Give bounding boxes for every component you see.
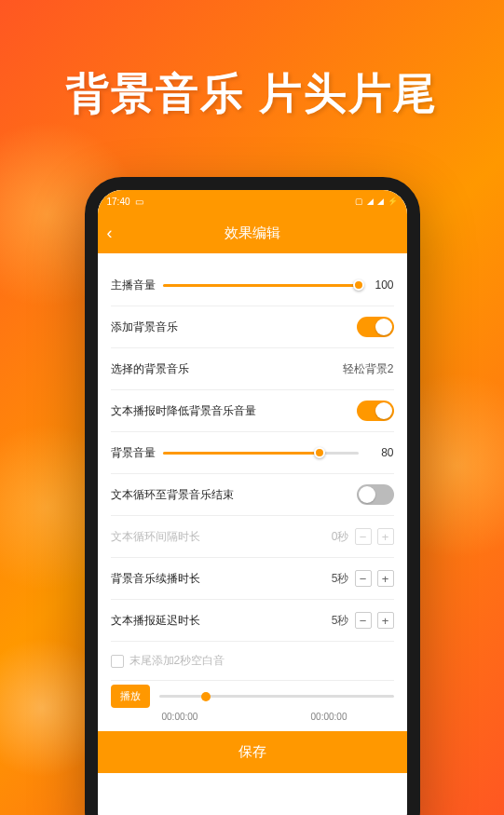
content-area: 主播音量 100 添加背景音乐 选择的背景音乐 轻松背景2 文本播报时降低背景音… bbox=[98, 253, 407, 815]
text-delay-stepper: 5秒 − + bbox=[332, 612, 394, 629]
add-blank-checkbox[interactable] bbox=[111, 655, 124, 668]
text-delay-label: 文本播报延迟时长 bbox=[111, 613, 200, 629]
loop-label: 文本循环至背景音乐结束 bbox=[111, 487, 234, 503]
bg-volume-slider[interactable] bbox=[163, 452, 359, 455]
divider bbox=[111, 557, 394, 558]
lower-bgm-row: 文本播报时降低背景音乐音量 bbox=[111, 392, 394, 429]
loop-interval-label: 文本循环间隔时长 bbox=[111, 529, 200, 545]
text-delay-row: 文本播报延迟时长 5秒 − + bbox=[111, 602, 394, 639]
status-indicators: ▢◢◢⚡ bbox=[355, 197, 398, 206]
select-bgm-value: 轻松背景2 bbox=[343, 361, 394, 377]
select-bgm-row[interactable]: 选择的背景音乐 轻松背景2 bbox=[111, 350, 394, 387]
slider-thumb[interactable] bbox=[314, 447, 325, 458]
toggle-knob bbox=[375, 402, 392, 419]
bg-volume-row: 背景音量 80 bbox=[111, 434, 394, 471]
minus-button[interactable]: − bbox=[355, 570, 372, 587]
save-button[interactable]: 保存 bbox=[98, 731, 407, 773]
divider bbox=[111, 431, 394, 432]
plus-button[interactable]: + bbox=[377, 528, 394, 545]
divider bbox=[111, 347, 394, 348]
minus-button[interactable]: − bbox=[355, 528, 372, 545]
select-bgm-label: 选择的背景音乐 bbox=[111, 361, 189, 377]
main-volume-slider[interactable] bbox=[163, 284, 359, 287]
bg-extend-stepper: 5秒 − + bbox=[332, 570, 394, 587]
slider-thumb[interactable] bbox=[353, 279, 364, 291]
loop-toggle[interactable] bbox=[357, 484, 394, 505]
play-button[interactable]: 播放 bbox=[111, 685, 150, 708]
lower-bgm-label: 文本播报时降低背景音乐音量 bbox=[111, 403, 256, 419]
plus-button[interactable]: + bbox=[377, 570, 394, 587]
stepper-value: 5秒 bbox=[332, 613, 349, 629]
play-progress[interactable] bbox=[159, 695, 394, 698]
divider bbox=[111, 641, 394, 642]
phone-frame: 17:40 ▭ ▢◢◢⚡ ‹ 效果编辑 主播音量 100 添加背景音乐 bbox=[85, 177, 420, 815]
time-row: 00:00:00 00:00:00 bbox=[111, 708, 394, 731]
add-bgm-toggle[interactable] bbox=[357, 317, 394, 337]
main-volume-value: 100 bbox=[366, 278, 394, 292]
minus-button[interactable]: − bbox=[355, 612, 372, 629]
stepper-value: 5秒 bbox=[332, 571, 349, 587]
add-bgm-row: 添加背景音乐 bbox=[111, 308, 394, 346]
play-thumb[interactable] bbox=[201, 692, 211, 701]
loop-row: 文本循环至背景音乐结束 bbox=[111, 476, 394, 513]
slider-fill bbox=[163, 284, 359, 287]
bg-extend-row: 背景音乐续播时长 5秒 − + bbox=[111, 560, 394, 597]
divider bbox=[111, 389, 394, 390]
add-blank-row: 末尾添加2秒空白音 bbox=[111, 644, 394, 678]
status-bar: 17:40 ▭ ▢◢◢⚡ bbox=[98, 190, 407, 212]
divider bbox=[111, 473, 394, 474]
page-title: 效果编辑 bbox=[98, 224, 407, 242]
banner-text: 背景音乐 片头片尾 bbox=[0, 65, 504, 123]
status-time: 17:40 bbox=[107, 197, 130, 207]
lower-bgm-toggle[interactable] bbox=[357, 401, 394, 421]
main-volume-row: 主播音量 100 bbox=[111, 266, 394, 304]
main-volume-label: 主播音量 bbox=[111, 278, 156, 293]
bg-extend-label: 背景音乐续播时长 bbox=[111, 571, 200, 587]
title-bar: ‹ 效果编辑 bbox=[98, 212, 407, 253]
bg-volume-label: 背景音量 bbox=[111, 445, 156, 461]
add-bgm-label: 添加背景音乐 bbox=[111, 319, 178, 335]
divider bbox=[111, 680, 394, 681]
divider bbox=[111, 306, 394, 306]
stepper-value: 0秒 bbox=[332, 529, 349, 545]
divider bbox=[111, 515, 394, 516]
time-start: 00:00:00 bbox=[162, 712, 198, 722]
add-blank-label: 末尾添加2秒空白音 bbox=[129, 653, 225, 669]
loop-interval-stepper: 0秒 − + bbox=[332, 528, 394, 545]
plus-button[interactable]: + bbox=[377, 612, 394, 629]
bg-volume-value: 80 bbox=[366, 446, 394, 459]
screen: 17:40 ▭ ▢◢◢⚡ ‹ 效果编辑 主播音量 100 添加背景音乐 bbox=[98, 190, 407, 815]
slider-fill bbox=[163, 452, 320, 455]
divider bbox=[111, 599, 394, 600]
toggle-knob bbox=[375, 319, 392, 335]
play-bar: 播放 bbox=[111, 685, 394, 708]
toggle-knob bbox=[359, 486, 375, 503]
time-end: 00:00:00 bbox=[311, 712, 347, 722]
loop-interval-row: 文本循环间隔时长 0秒 − + bbox=[111, 518, 394, 555]
status-icon: ▭ bbox=[135, 197, 143, 207]
